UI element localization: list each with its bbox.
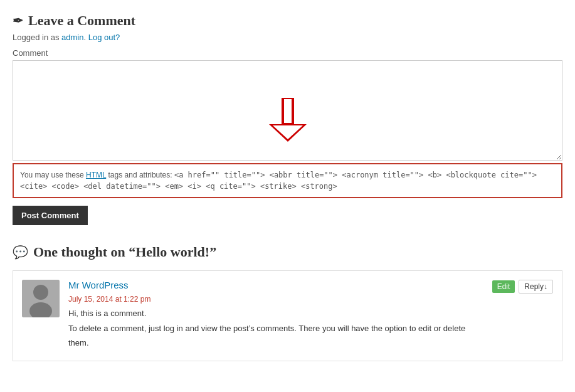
edit-button[interactable]: Edit xyxy=(492,280,515,293)
html-tags-mid: tags and attributes: xyxy=(106,171,174,179)
comment-textarea[interactable] xyxy=(13,60,562,161)
comment-date: July 15, 2014 at 1:22 pm xyxy=(68,295,553,304)
html-tags-prefix: You may use these xyxy=(20,171,86,179)
thought-heading: One thought on “Hello world!” xyxy=(33,244,216,260)
comment-header: Mr WordPress Edit Reply↓ xyxy=(68,280,553,294)
logout-link[interactable]: Log out? xyxy=(88,33,120,42)
avatar xyxy=(22,280,60,317)
admin-link[interactable]: admin xyxy=(61,33,83,42)
page-container: ✒ Leave a Comment Logged in as admin. Lo… xyxy=(13,13,562,361)
logged-in-text: Logged in as admin. Log out? xyxy=(13,33,562,42)
comment-body: Mr WordPress Edit Reply↓ July 15, 2014 a… xyxy=(68,280,553,352)
leave-comment-title: ✒ Leave a Comment xyxy=(13,13,562,29)
logged-in-prefix: Logged in as xyxy=(13,33,59,42)
comment-card: Mr WordPress Edit Reply↓ July 15, 2014 a… xyxy=(13,270,562,361)
bubble-icon: 💬 xyxy=(13,245,28,260)
leave-comment-heading: Leave a Comment xyxy=(28,13,135,29)
comment-text: Hi, this is a comment. To delete a comme… xyxy=(68,307,553,349)
textarea-block xyxy=(13,60,562,163)
reply-button[interactable]: Reply↓ xyxy=(519,280,553,294)
comment-line-3: them. xyxy=(68,337,553,349)
thought-title: 💬 One thought on “Hello world!” xyxy=(13,244,562,260)
html-link[interactable]: HTML xyxy=(86,171,106,179)
comment-line-2: To delete a comment, just log in and vie… xyxy=(68,322,553,335)
comment-line-1: Hi, this is a comment. xyxy=(68,307,553,320)
comment-date-link[interactable]: July 15, 2014 at 1:22 pm xyxy=(68,295,150,304)
avatar-icon xyxy=(22,280,60,317)
pen-icon: ✒ xyxy=(13,13,23,28)
comment-actions: Edit Reply↓ xyxy=(492,280,553,294)
comment-label: Comment xyxy=(13,48,562,58)
commenter-name[interactable]: Mr WordPress xyxy=(68,280,129,290)
leave-comment-section: ✒ Leave a Comment Logged in as admin. Lo… xyxy=(13,13,562,225)
svg-point-5 xyxy=(33,285,48,300)
post-comment-button[interactable]: Post Comment xyxy=(13,206,88,225)
one-thought-section: 💬 One thought on “Hello world!” Mr WordP… xyxy=(13,244,562,361)
html-tags-notice: You may use these HTML tags and attribut… xyxy=(13,163,562,198)
